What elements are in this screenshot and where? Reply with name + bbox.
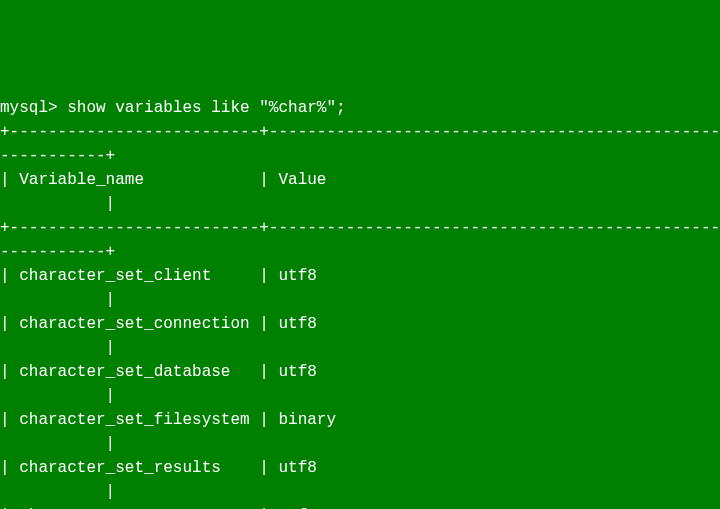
table-separator: -----------+ (0, 147, 115, 165)
table-row: | character_set_results | utf8 (0, 459, 720, 477)
table-row-wrap: | (0, 387, 115, 405)
var-name: character_set_results (19, 459, 221, 477)
var-value: utf8 (278, 363, 316, 381)
table-row-wrap: | (0, 339, 115, 357)
var-value: binary (278, 411, 336, 429)
var-value: utf8 (278, 267, 316, 285)
var-name: character_set_client (19, 267, 211, 285)
var-value: utf8 (278, 315, 316, 333)
var-name: character_set_connection (19, 315, 249, 333)
table-row-wrap: | (0, 291, 115, 309)
table-header-row-wrap: | (0, 195, 115, 213)
table-header-row: | Variable_name | Value (0, 171, 720, 189)
table-row: | character_set_database | utf8 (0, 363, 720, 381)
table-row: | character_set_connection | utf8 (0, 315, 720, 333)
header-col1: Variable_name (19, 171, 144, 189)
table-row: | character_set_filesystem | binary (0, 411, 720, 429)
var-name: character_set_database (19, 363, 230, 381)
table-row-wrap: | (0, 435, 115, 453)
table-separator: +--------------------------+------------… (0, 123, 720, 141)
mysql-command: show variables like "%char%"; (67, 99, 345, 117)
table-row: | character_set_client | utf8 (0, 267, 720, 285)
var-value: utf8 (278, 459, 316, 477)
mysql-prompt: mysql> (0, 99, 67, 117)
mysql-terminal: mysql> show variables like "%char%"; +--… (0, 96, 720, 509)
table-separator: -----------+ (0, 243, 115, 261)
table-separator: +--------------------------+------------… (0, 219, 720, 237)
header-col2: Value (278, 171, 326, 189)
table-row-wrap: | (0, 483, 115, 501)
var-name: character_set_filesystem (19, 411, 249, 429)
